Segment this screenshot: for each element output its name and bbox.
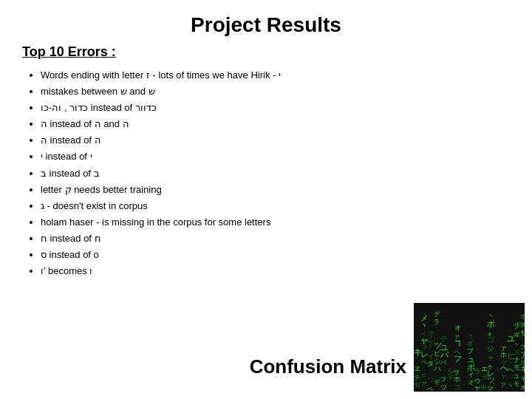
confusion-matrix-image	[414, 303, 525, 392]
list-item: ס instead of ο	[41, 247, 517, 263]
list-item: letter ק needs better training	[41, 182, 517, 198]
list-item: ה instead of ה and ה	[41, 116, 517, 132]
list-item: ח instead of ח	[41, 231, 517, 247]
confusion-matrix-label: Confusion Matrix	[250, 355, 406, 378]
list-item: כדור , וה-כו instead of כדוור	[41, 100, 517, 116]
matrix-canvas	[414, 303, 525, 392]
list-item: ו' becomes ו	[41, 263, 517, 279]
section-heading: Top 10 Errors :	[0, 44, 532, 67]
list-item: י instead of י	[41, 149, 517, 165]
list-item: Words ending with letter ז - lots of tim…	[41, 67, 517, 83]
list-item: ה instead of ה	[41, 132, 517, 149]
list-item: mistakes between ש and ש	[41, 83, 517, 100]
list-item: ב instead of ב	[41, 166, 517, 182]
error-list: Words ending with letter ז - lots of tim…	[0, 67, 532, 279]
list-item: holam haser - is missing in the corpus f…	[41, 214, 517, 231]
list-item: ג - doesn't exist in corpus	[41, 198, 517, 214]
page-title: Project Results	[0, 0, 532, 44]
